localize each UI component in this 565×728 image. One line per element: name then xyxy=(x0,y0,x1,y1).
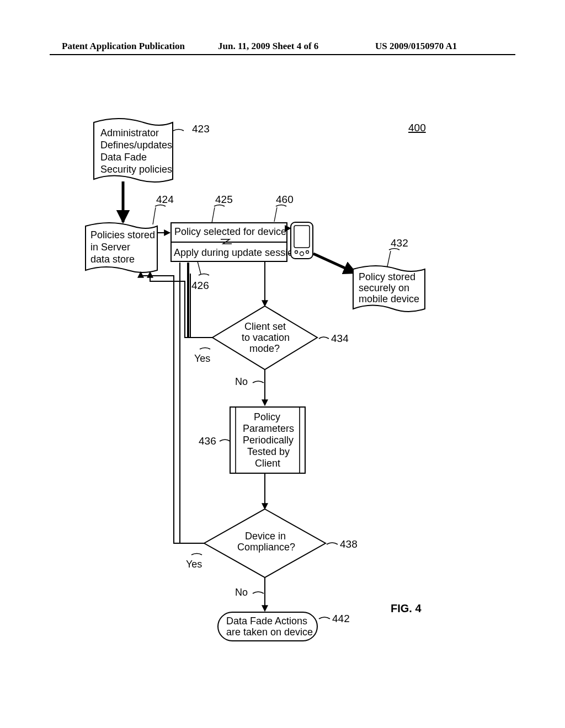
svg-text:mode?: mode? xyxy=(249,343,280,354)
svg-text:mobile device: mobile device xyxy=(359,293,419,304)
figure-4: 400 FIG. 4 Administrator Defines/updates… xyxy=(0,0,565,728)
leader-line-424 xyxy=(153,207,156,224)
label-no-438: No xyxy=(235,587,248,598)
svg-text:Periodically: Periodically xyxy=(243,435,294,446)
label-yes-434: Yes xyxy=(194,353,210,364)
page: Patent Application Publication Jun. 11, … xyxy=(0,0,565,728)
ref-434: 434 xyxy=(331,333,349,344)
edge-yes-feedback xyxy=(142,263,212,543)
leader-no-438 xyxy=(253,592,264,593)
ref-438: 438 xyxy=(340,538,358,550)
leader-436 xyxy=(220,440,230,441)
node-434-decision: Client set to vacation mode? xyxy=(212,306,317,370)
node-425-426-process: Policy selected for device Apply during … xyxy=(171,223,299,261)
figure-label: FIG. 4 xyxy=(391,602,422,614)
svg-text:Data Fade Actions: Data Fade Actions xyxy=(226,615,307,627)
svg-text:Administrator: Administrator xyxy=(100,127,159,138)
svg-text:Device in: Device in xyxy=(245,531,286,542)
svg-text:securely on: securely on xyxy=(359,282,409,293)
svg-text:Policy: Policy xyxy=(254,411,280,422)
svg-text:Security policies: Security policies xyxy=(100,164,172,175)
svg-text:Policies stored: Policies stored xyxy=(90,229,155,240)
yes-return xyxy=(141,272,212,543)
svg-text:are taken on device: are taken on device xyxy=(226,627,313,638)
node-442-terminator: Data Fade Actions are taken on device xyxy=(218,612,317,641)
leader-442 xyxy=(319,617,330,619)
ref-425: 425 xyxy=(215,194,233,205)
leader-no-434 xyxy=(253,381,264,383)
svg-text:Tested by: Tested by xyxy=(247,446,290,457)
ref-460: 460 xyxy=(276,194,294,205)
svg-text:Defines/updates: Defines/updates xyxy=(100,140,172,151)
node-438-decision: Device in Compliance? xyxy=(204,509,326,577)
svg-text:Apply during update session: Apply during update session xyxy=(174,247,299,258)
leader-426 xyxy=(199,274,209,276)
ref-442: 442 xyxy=(332,613,350,624)
svg-text:Parameters: Parameters xyxy=(243,423,294,434)
svg-text:Client: Client xyxy=(255,458,280,469)
svg-text:Policy stored: Policy stored xyxy=(359,271,415,282)
node-423-document: Administrator Defines/updates Data Fade … xyxy=(94,119,173,182)
node-424-document: Policies stored in Server data store xyxy=(86,223,157,272)
label-yes-438: Yes xyxy=(186,559,202,570)
figure-number: 400 xyxy=(408,122,426,133)
ref-423: 423 xyxy=(192,123,210,135)
leader-line-460 xyxy=(274,207,277,222)
ref-424: 424 xyxy=(156,194,174,205)
svg-text:Data Fade: Data Fade xyxy=(100,152,147,163)
svg-text:Policy selected for device: Policy selected for device xyxy=(174,226,286,237)
svg-text:in Server: in Server xyxy=(90,242,130,253)
node-460-device-icon xyxy=(291,222,313,259)
leader-434 xyxy=(319,337,329,339)
leader-yes-434 xyxy=(200,348,210,350)
node-432-document: Policy stored securely on mobile device xyxy=(353,266,425,312)
leader-yes-438 xyxy=(191,554,202,555)
ref-436: 436 xyxy=(199,435,216,447)
edge-yes-feedback-final xyxy=(136,272,204,543)
leader-423 xyxy=(173,130,184,131)
leader-line-426 xyxy=(198,261,201,274)
svg-text:Client set: Client set xyxy=(244,321,286,332)
svg-text:to vacation: to vacation xyxy=(242,332,290,343)
ref-432: 432 xyxy=(391,237,408,249)
leader-438 xyxy=(327,543,338,544)
svg-text:Compliance?: Compliance? xyxy=(237,542,295,553)
label-no-434: No xyxy=(235,376,248,387)
leader-line-425 xyxy=(212,207,215,223)
ref-426: 426 xyxy=(191,280,209,291)
leader-line-432 xyxy=(387,251,391,266)
edge-426-432 xyxy=(313,254,356,273)
svg-rect-12 xyxy=(294,226,310,248)
node-436-process: Policy Parameters Periodically Tested by… xyxy=(230,407,305,473)
edge-434-yes xyxy=(188,263,212,338)
svg-text:data store: data store xyxy=(90,254,135,265)
